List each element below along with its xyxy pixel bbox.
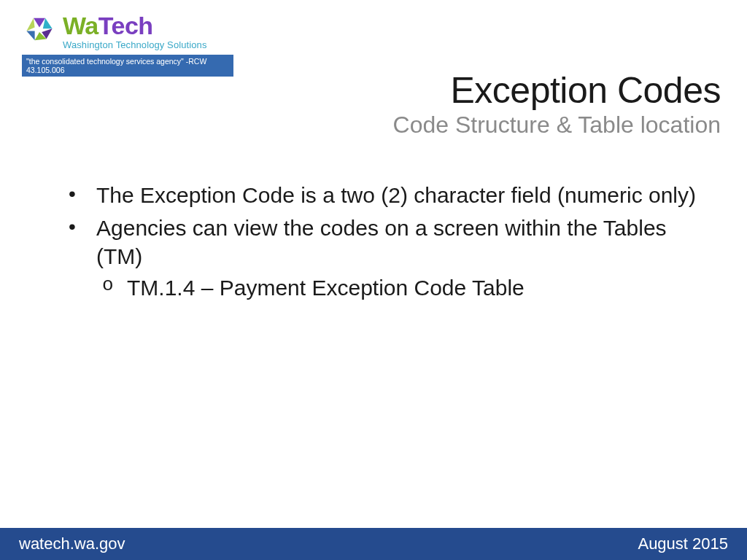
bullet-item: Agencies can view the codes on a screen …	[58, 214, 696, 302]
bullet-text: The Exception Code is a two (2) characte…	[96, 183, 696, 207]
slide-body: The Exception Code is a two (2) characte…	[58, 181, 696, 306]
slide-title: Exception Codes	[393, 69, 721, 112]
sub-bullet-item: TM.1.4 – Payment Exception Code Table	[96, 273, 696, 302]
logo-text: WaTech Washington Technology Solutions	[63, 13, 207, 50]
logo-row: WaTech Washington Technology Solutions	[22, 13, 241, 50]
svg-marker-1	[43, 18, 53, 28]
bullet-text: Agencies can view the codes on a screen …	[96, 216, 667, 268]
footer-date: August 2015	[638, 534, 728, 553]
footer-bar: watech.wa.gov August 2015	[0, 528, 747, 560]
sub-bullet-text: TM.1.4 – Payment Exception Code Table	[127, 276, 525, 300]
logo-brand: WaTech	[63, 13, 207, 38]
title-block: Exception Codes Code Structure & Table l…	[393, 69, 721, 139]
bullet-item: The Exception Code is a two (2) characte…	[58, 181, 696, 209]
logo-subline: Washington Technology Solutions	[63, 39, 207, 50]
logo-block: WaTech Washington Technology Solutions "…	[22, 13, 241, 77]
hexagon-icon	[22, 15, 57, 50]
slide: WaTech Washington Technology Solutions "…	[0, 0, 747, 560]
logo-strip: "the consolidated technology services ag…	[22, 55, 233, 77]
svg-marker-5	[26, 18, 34, 31]
logo-brand-wa: Wa	[63, 12, 98, 39]
footer-url: watech.wa.gov	[19, 534, 125, 553]
slide-subtitle: Code Structure & Table location	[393, 112, 721, 139]
logo-brand-tech: Tech	[98, 12, 153, 39]
svg-marker-4	[26, 31, 34, 40]
